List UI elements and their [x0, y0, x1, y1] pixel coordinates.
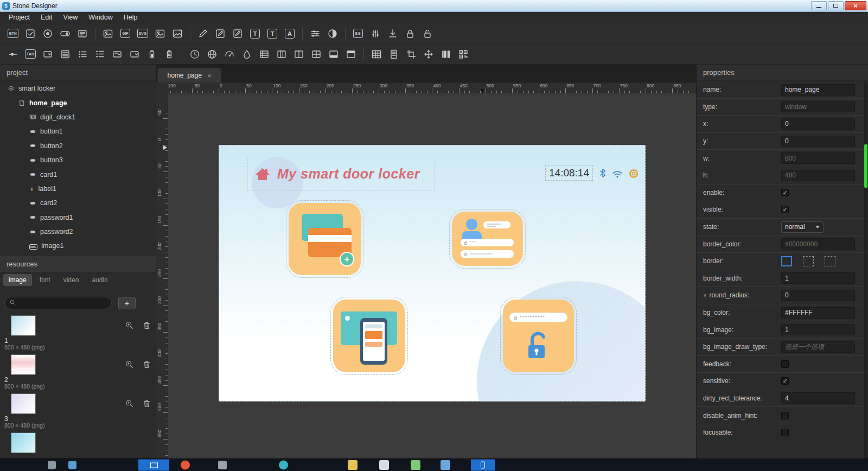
disable_anim_hint-checkbox[interactable] [781, 412, 789, 419]
tree-item-card2[interactable]: card2 [0, 196, 156, 210]
taskbar-app-8[interactable] [379, 460, 389, 470]
name-field[interactable]: home_page [781, 84, 855, 96]
resource-thumbnail[interactable] [11, 393, 36, 414]
password1-widget[interactable]: *** [461, 239, 514, 246]
rich-text-widget-icon[interactable]: A [282, 26, 298, 42]
y-field[interactable]: 0 [781, 136, 855, 147]
x-field[interactable]: 0 [781, 118, 855, 130]
rfid-card-widget[interactable]: + [289, 203, 361, 275]
dock-bottom-icon[interactable] [326, 46, 342, 62]
tree-item-digit_clock1[interactable]: digit_clock1 [0, 110, 156, 124]
mini-slider-icon[interactable] [5, 46, 21, 62]
gauge-widget-icon[interactable] [221, 46, 238, 62]
tree-item-home_page[interactable]: home_page [0, 96, 156, 110]
header-label-widget[interactable]: My smart door locker [247, 157, 435, 191]
qrcode-icon[interactable] [455, 46, 471, 62]
taskbar-app-4[interactable] [181, 461, 190, 470]
menu-window[interactable]: Window [83, 12, 118, 23]
border-style-dotted-button[interactable] [825, 256, 835, 266]
tab-home-page[interactable]: home_page × [157, 68, 221, 82]
split-pane-icon[interactable] [291, 46, 307, 62]
menu-project[interactable]: Project [3, 12, 35, 23]
taskbar-app-5[interactable] [218, 461, 227, 469]
taskbar-app-3[interactable] [138, 460, 169, 471]
switch-widget-icon[interactable] [57, 26, 73, 42]
water-drop-icon[interactable] [239, 46, 255, 62]
menu-view[interactable]: View [58, 12, 83, 23]
taskbar-app-11[interactable] [471, 460, 495, 471]
pencil-edit-icon[interactable] [195, 26, 211, 42]
clock-widget-icon[interactable] [187, 46, 203, 62]
table-columns-icon[interactable] [273, 46, 290, 62]
tree-item-password2[interactable]: password2 [0, 225, 156, 239]
progress-circle-icon[interactable] [324, 26, 341, 42]
popup-widget-icon[interactable] [40, 46, 56, 62]
taskbar-app-7[interactable] [348, 460, 358, 470]
login-card-widget[interactable]: *** [452, 212, 523, 266]
bg_color-field[interactable]: #FFFFFF [781, 307, 855, 319]
taskbar-app-10[interactable] [441, 460, 450, 470]
zoom-preview-button[interactable] [125, 399, 134, 410]
search-input[interactable] [19, 300, 100, 307]
label-widget-icon[interactable]: T [264, 26, 280, 42]
border-style-solid-button[interactable] [781, 256, 792, 266]
table-rows-icon[interactable] [256, 46, 272, 62]
resources-tab-font[interactable]: font [34, 274, 56, 286]
list-view-widget-icon[interactable] [57, 46, 73, 62]
tree-item-smart-locker[interactable]: smart locker [0, 81, 156, 96]
state-select[interactable]: normal [781, 221, 824, 233]
tree-item-image1[interactable]: IMGimage1 [0, 239, 156, 253]
tab-close-icon[interactable]: × [207, 72, 212, 79]
bullet-list-icon[interactable] [74, 46, 91, 62]
combo-box-ex-widget-icon[interactable] [126, 46, 143, 62]
resource-thumbnail[interactable] [11, 354, 36, 375]
sensitive-checkbox[interactable]: ✓ [781, 377, 789, 385]
tree-item-label1[interactable]: Tlabel1 [0, 182, 156, 196]
round_radius-field[interactable]: 0 [781, 290, 855, 301]
download-icon[interactable] [385, 26, 401, 42]
feedback-checkbox[interactable] [781, 360, 789, 368]
digit-clock-widget-icon[interactable]: 88 [350, 26, 366, 42]
tree-item-button2[interactable]: button2 [0, 139, 156, 153]
resource-thumbnail[interactable] [11, 315, 36, 336]
rename-edit-icon[interactable] [229, 26, 246, 42]
design-canvas[interactable]: My smart door locker 14:08:14 + *** [219, 145, 646, 402]
barcode-icon[interactable] [438, 46, 454, 62]
checkbox-widget-icon[interactable] [22, 26, 39, 42]
menu-help[interactable]: Help [118, 12, 143, 23]
edit-box-widget-icon[interactable] [212, 26, 228, 42]
menu-edit[interactable]: Edit [35, 12, 58, 23]
dock-top-icon[interactable] [343, 46, 359, 62]
password-card-widget[interactable]: ********** [503, 300, 574, 372]
picture-widget-icon[interactable] [152, 26, 168, 42]
number-list-icon[interactable] [92, 46, 108, 62]
minimize-button[interactable] [811, 1, 827, 10]
grid-pane-icon[interactable] [308, 46, 324, 62]
crop-icon[interactable] [403, 46, 419, 62]
chevron-down-icon[interactable]: ∨ [703, 292, 707, 298]
zoom-preview-button[interactable] [125, 360, 134, 371]
tree-item-button1[interactable]: button1 [0, 124, 156, 138]
settings-sliders-icon[interactable] [307, 26, 323, 42]
taskbar-app-6[interactable] [279, 461, 288, 470]
focusable-checkbox[interactable] [781, 429, 789, 436]
taskbar-app-1[interactable] [48, 461, 56, 469]
maximize-button[interactable] [828, 1, 844, 10]
border_width-field[interactable]: 1 [781, 272, 855, 284]
resource-search-box[interactable] [4, 297, 112, 309]
taskbar-app-9[interactable] [411, 460, 420, 470]
edit-widget-icon[interactable] [74, 26, 91, 42]
tree-item-card1[interactable]: card1 [0, 167, 156, 181]
scrollbar-thumb[interactable] [864, 144, 867, 188]
properties-scrollbar[interactable] [864, 81, 867, 459]
resources-tab-audio[interactable]: audio [86, 274, 113, 286]
button-widget-icon[interactable]: BTN [5, 26, 21, 42]
image-button-widget-icon[interactable] [169, 26, 186, 42]
password2-widget[interactable] [461, 250, 514, 258]
radio-widget-icon[interactable] [40, 26, 56, 42]
globe-widget-icon[interactable] [204, 46, 220, 62]
close-button[interactable]: × [845, 1, 866, 10]
delete-resource-button[interactable] [142, 399, 151, 410]
taskbar-app-2[interactable] [68, 461, 76, 469]
unlock-icon[interactable] [419, 26, 436, 42]
